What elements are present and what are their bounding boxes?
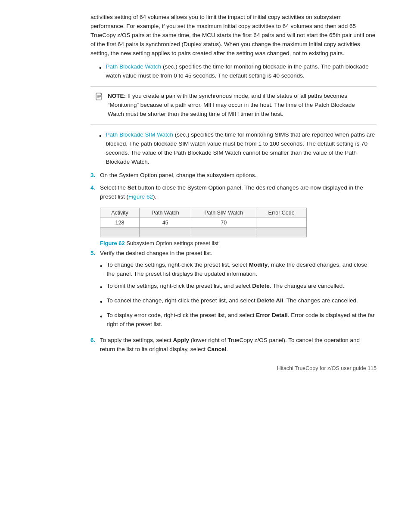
cell-activity: 128 bbox=[100, 218, 140, 227]
sub-bullet-4: • To display error code, right-click the… bbox=[100, 311, 377, 329]
intro-paragraph: activities setting of 64 volumes allows … bbox=[90, 13, 377, 58]
figure-label: Figure 62 bbox=[100, 240, 125, 246]
path-blockade-sim-watch-link[interactable]: Path Blockade SIM Watch bbox=[106, 131, 173, 138]
sub-bullet-dot-1: • bbox=[100, 261, 103, 272]
step-4-text-end: ). bbox=[153, 193, 156, 200]
cell-path-watch: 45 bbox=[140, 218, 191, 227]
step-5-number: 5. bbox=[90, 249, 100, 258]
bullet-section-2: • Path Blockade SIM Watch (sec.) specifi… bbox=[99, 131, 377, 167]
step-5-text: Verify the desired changes in the preset… bbox=[100, 250, 212, 256]
figure-caption: Figure 62 Subsystem Option settings pres… bbox=[100, 240, 377, 246]
sub-bullet-2: • To omit the settings, right-click the … bbox=[100, 282, 377, 293]
step-6-text-before: To apply the settings, select bbox=[100, 337, 173, 343]
sub-bullet-3: • To cancel the change, right-click the … bbox=[100, 296, 377, 308]
footer-text: Hitachi TrueCopy for z/OS user guide 115 bbox=[277, 365, 377, 371]
bullet-item-2: • Path Blockade SIM Watch (sec.) specifi… bbox=[99, 131, 377, 167]
sub-bullets: • To change the settings, right-click th… bbox=[100, 261, 377, 329]
bullet-2-content: Path Blockade SIM Watch (sec.) specifies… bbox=[106, 131, 377, 167]
bullet-item-1: • Path Blockade Watch (sec.) specifies t… bbox=[99, 62, 377, 81]
cell-empty-4 bbox=[256, 227, 307, 237]
bullet-1-content: Path Blockade Watch (sec.) specifies the… bbox=[106, 62, 377, 81]
bullet-section-1: • Path Blockade Watch (sec.) specifies t… bbox=[99, 62, 377, 81]
step-3-number: 3. bbox=[90, 171, 100, 180]
bullet-dot-1: • bbox=[99, 63, 102, 74]
step-6-number: 6. bbox=[90, 336, 100, 345]
figure-container: Activity Path Watch Path SIM Watch Error… bbox=[100, 208, 377, 246]
step-4: 4. Select the Set button to close the Sy… bbox=[90, 184, 377, 202]
col-path-sim-watch: Path SIM Watch bbox=[191, 208, 256, 218]
step-5: 5. Verify the desired changes in the pre… bbox=[90, 249, 377, 333]
note-content: NOTE: If you create a pair with the sync… bbox=[108, 92, 372, 119]
step-4-content: Select the Set button to close the Syste… bbox=[100, 184, 377, 202]
step-4-text-before: Select the bbox=[100, 184, 128, 191]
path-blockade-watch-link[interactable]: Path Blockade Watch bbox=[106, 63, 162, 70]
step-5-content: Verify the desired changes in the preset… bbox=[100, 249, 377, 333]
table-header-row: Activity Path Watch Path SIM Watch Error… bbox=[100, 208, 307, 218]
cell-path-sim-watch: 70 bbox=[191, 218, 256, 227]
delete-all-bold: Delete All bbox=[257, 297, 283, 304]
figure-62-link[interactable]: Figure 62 bbox=[128, 193, 153, 200]
sub-bullet-2-content: To omit the settings, right-click the pr… bbox=[107, 282, 344, 291]
col-path-watch: Path Watch bbox=[140, 208, 191, 218]
cell-empty-2 bbox=[140, 227, 191, 237]
bullet-dot-2: • bbox=[99, 131, 102, 142]
apply-bold: Apply bbox=[173, 337, 190, 343]
sub-bullet-3-content: To cancel the change, right-click the pr… bbox=[107, 296, 358, 305]
note-box: NOTE: If you create a pair with the sync… bbox=[90, 86, 377, 124]
delete-bold: Delete bbox=[252, 283, 270, 289]
sub-bullet-1: • To change the settings, right-click th… bbox=[100, 261, 377, 279]
step-3: 3. On the System Option panel, change th… bbox=[90, 171, 377, 180]
step-6: 6. To apply the settings, select Apply (… bbox=[90, 336, 377, 354]
cell-empty-3 bbox=[191, 227, 256, 237]
sub-bullet-dot-3: • bbox=[100, 297, 103, 308]
note-icon bbox=[95, 93, 103, 104]
note-label: NOTE: bbox=[108, 93, 126, 99]
step-4-number: 4. bbox=[90, 184, 100, 193]
step-6-text-end: . bbox=[226, 346, 228, 352]
note-text: If you create a pair with the synchronou… bbox=[108, 93, 355, 117]
figure-caption-text: Subsystem Option settings preset list bbox=[125, 240, 218, 246]
cell-error-code bbox=[256, 218, 307, 227]
table-row-empty bbox=[100, 227, 307, 237]
preset-table: Activity Path Watch Path SIM Watch Error… bbox=[100, 208, 307, 237]
cell-empty-1 bbox=[100, 227, 140, 237]
step-3-content: On the System Option panel, change the s… bbox=[100, 171, 377, 180]
numbered-list: 3. On the System Option panel, change th… bbox=[90, 171, 377, 354]
page-footer: Hitachi TrueCopy for z/OS user guide 115 bbox=[277, 365, 377, 371]
step-4-set-bold: Set bbox=[128, 184, 137, 191]
sub-bullet-dot-4: • bbox=[100, 311, 103, 322]
cancel-bold: Cancel bbox=[207, 346, 226, 352]
col-error-code: Error Code bbox=[256, 208, 307, 218]
sub-bullet-dot-2: • bbox=[100, 282, 103, 293]
modify-bold: Modify bbox=[249, 261, 268, 268]
step-6-content: To apply the settings, select Apply (low… bbox=[100, 336, 377, 354]
col-activity: Activity bbox=[100, 208, 140, 218]
sub-bullet-1-content: To change the settings, right-click the … bbox=[107, 261, 377, 279]
sub-bullet-4-content: To display error code, right-click the p… bbox=[107, 311, 377, 329]
error-detail-bold: Error Detail bbox=[256, 312, 288, 318]
page-content: activities setting of 64 volumes allows … bbox=[0, 0, 411, 384]
table-row: 128 45 70 bbox=[100, 218, 307, 227]
